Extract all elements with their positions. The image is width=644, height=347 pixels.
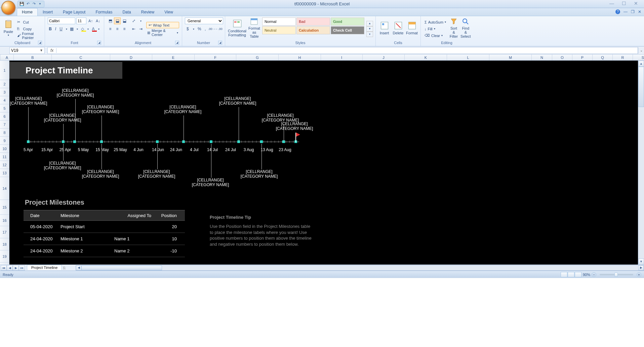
tab-home[interactable]: Home xyxy=(17,8,38,16)
sort-filter-button[interactable]: Sort & Filter xyxy=(449,18,458,38)
column-header-D[interactable]: D xyxy=(110,55,152,60)
sheet-tab-active[interactable]: Project Timeline xyxy=(27,265,62,270)
column-header-N[interactable]: N xyxy=(532,55,552,60)
increase-indent-icon[interactable]: ⇥ xyxy=(137,26,144,32)
column-header-H[interactable]: H xyxy=(279,55,321,60)
cell-assigned[interactable]: Name 2 xyxy=(114,248,155,253)
font-size-combo[interactable] xyxy=(76,18,86,24)
cell-date[interactable]: 24-04-2020 xyxy=(24,236,61,241)
table-row[interactable]: 05-04-2020Project Start20 xyxy=(24,221,185,233)
close-workbook-icon[interactable]: ✕ xyxy=(638,9,641,14)
styles-more-icon[interactable]: ▾ xyxy=(366,32,373,37)
row-header-12[interactable]: 12 xyxy=(0,161,9,169)
orientation-icon[interactable]: ⤢ xyxy=(130,18,137,24)
column-header-F[interactable]: F xyxy=(195,55,236,60)
row-header-5[interactable]: 5 xyxy=(0,104,9,112)
undo-icon[interactable]: ↶ xyxy=(25,1,31,7)
shrink-font-icon[interactable]: A↓ xyxy=(95,18,101,24)
delete-cells-button[interactable]: Delete xyxy=(392,18,404,38)
row-header-9[interactable]: 9 xyxy=(0,137,9,145)
scroll-up-icon[interactable]: ▲ xyxy=(638,61,644,67)
row-header-8[interactable]: 8 xyxy=(0,129,9,137)
first-tab-icon[interactable]: ⏮ xyxy=(1,265,7,271)
column-header-E[interactable]: E xyxy=(152,55,195,60)
cell-styles-gallery[interactable]: Normal Bad Good Neutral Calculation Chec… xyxy=(262,18,364,40)
cut-button[interactable]: ✂Cut xyxy=(16,19,42,25)
cell-position[interactable]: 10 xyxy=(155,236,182,241)
accounting-format-icon[interactable]: $ xyxy=(185,26,191,32)
table-row[interactable]: 24-04-2020Milestone 2Name 2-10 xyxy=(24,245,185,257)
wrap-text-button[interactable]: ↩Wrap Text xyxy=(146,22,179,28)
scroll-right-icon[interactable]: ▶ xyxy=(638,266,644,270)
column-header-Q[interactable]: Q xyxy=(593,55,613,60)
copy-button[interactable]: ⎘Copy xyxy=(16,26,42,32)
underline-button[interactable]: U xyxy=(58,26,64,32)
row-header-7[interactable]: 7 xyxy=(0,120,9,129)
scroll-left-icon[interactable]: ◀ xyxy=(76,266,81,270)
font-color-button[interactable]: A xyxy=(91,26,96,32)
format-cells-button[interactable]: Format xyxy=(406,18,418,38)
row-header-18[interactable]: 18 xyxy=(0,238,9,250)
column-header-G[interactable]: G xyxy=(236,55,279,60)
cell-milestone[interactable]: Milestone 1 xyxy=(61,236,114,241)
align-top-icon[interactable]: ⬒ xyxy=(107,18,114,24)
column-header-S[interactable]: S xyxy=(633,55,644,60)
horizontal-scrollbar[interactable]: ◀ ▶ xyxy=(76,265,644,271)
vertical-scrollbar[interactable]: ▲ ▼ xyxy=(638,61,644,265)
align-right-icon[interactable]: ≡ xyxy=(121,26,128,32)
hscroll-thumb[interactable] xyxy=(81,266,162,270)
autosum-button[interactable]: ΣAutoSum▾ xyxy=(424,19,447,25)
qat-dropdown-icon[interactable]: ▼ xyxy=(37,1,43,7)
fill-color-button[interactable]: ◇ xyxy=(80,26,85,32)
maximize-button[interactable]: ☐ xyxy=(620,1,628,7)
border-button[interactable]: ▦ xyxy=(69,26,74,32)
row-header-19[interactable]: 19 xyxy=(0,250,9,263)
column-header-I[interactable]: I xyxy=(321,55,363,60)
row-header-6[interactable]: 6 xyxy=(0,112,9,120)
cell-position[interactable]: 20 xyxy=(155,224,182,229)
vscroll-thumb[interactable] xyxy=(638,67,644,107)
zoom-slider[interactable] xyxy=(600,274,633,275)
row-header-4[interactable]: 4 xyxy=(0,96,9,104)
style-good[interactable]: Good xyxy=(331,18,364,26)
row-header-10[interactable]: 10 xyxy=(0,145,9,153)
cell-milestone[interactable]: Milestone 2 xyxy=(61,248,114,253)
column-header-O[interactable]: O xyxy=(552,55,572,60)
accounting-dropdown[interactable]: ▾ xyxy=(191,26,197,32)
row-header-3[interactable]: 3 xyxy=(0,88,9,96)
format-painter-button[interactable]: 🖌Format Painter xyxy=(16,33,42,39)
style-bad[interactable]: Bad xyxy=(296,18,330,26)
format-as-table-button[interactable]: Format as Table xyxy=(248,18,260,38)
merge-center-button[interactable]: ⊞Merge & Center▾ xyxy=(146,30,179,36)
zoom-in-icon[interactable]: + xyxy=(637,272,641,277)
new-sheet-icon[interactable]: ⎘ xyxy=(63,266,66,270)
zoom-out-icon[interactable]: − xyxy=(592,272,596,277)
column-header-P[interactable]: P xyxy=(572,55,593,60)
clear-button[interactable]: ⌫Clear▾ xyxy=(424,33,447,39)
number-format-combo[interactable]: General xyxy=(185,18,223,24)
next-tab-icon[interactable]: ▶ xyxy=(13,265,19,271)
save-icon[interactable]: 💾 xyxy=(19,1,25,7)
column-header-K[interactable]: K xyxy=(405,55,447,60)
row-header-1[interactable]: 1 xyxy=(0,61,9,80)
column-header-M[interactable]: M xyxy=(489,55,532,60)
align-bottom-icon[interactable]: ⬓ xyxy=(121,18,128,24)
comma-format-icon[interactable]: , xyxy=(203,26,208,32)
alignment-dialog-launcher[interactable]: ◢ xyxy=(175,41,179,45)
styles-scroll-down-icon[interactable]: ▼ xyxy=(366,26,373,32)
worksheet-cells[interactable]: Project Timeline 5 Apr15 Apr25 Apr5 May1… xyxy=(9,61,638,265)
close-button[interactable]: ✕ xyxy=(632,1,640,7)
orientation-dropdown[interactable]: ▾ xyxy=(137,18,144,24)
tab-insert[interactable]: Insert xyxy=(38,8,58,16)
tab-view[interactable]: View xyxy=(159,8,178,16)
styles-scroll-up-icon[interactable]: ▲ xyxy=(366,21,373,26)
column-header-L[interactable]: L xyxy=(447,55,489,60)
redo-icon[interactable]: ↷ xyxy=(31,1,37,7)
underline-dropdown[interactable]: ▾ xyxy=(64,26,69,32)
align-left-icon[interactable]: ≡ xyxy=(107,26,114,32)
number-dialog-launcher[interactable]: ◢ xyxy=(218,41,222,45)
table-row[interactable]: 24-04-2020Milestone 1Name 110 xyxy=(24,233,185,245)
align-center-icon[interactable]: ≡ xyxy=(114,26,121,32)
vscroll-track[interactable] xyxy=(638,67,644,258)
cell-position[interactable]: -10 xyxy=(155,248,182,253)
